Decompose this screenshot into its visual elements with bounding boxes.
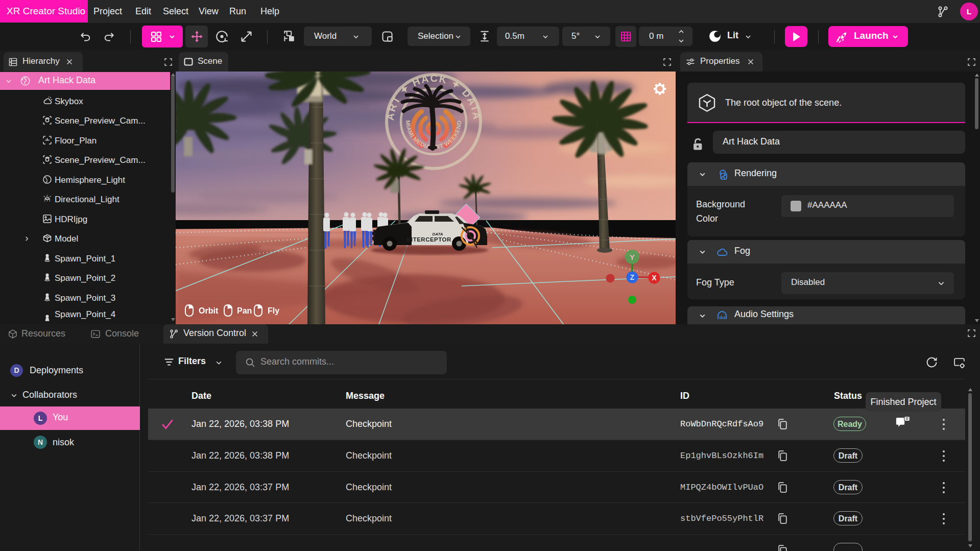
- svg-text:Y: Y: [630, 253, 635, 261]
- svg-text:Orbit: Orbit: [199, 306, 219, 315]
- svg-text:INTERCEPTOR: INTERCEPTOR: [407, 236, 451, 243]
- svg-text:X: X: [652, 274, 657, 282]
- svg-text:DATA: DATA: [432, 232, 443, 236]
- svg-text:Pan: Pan: [237, 306, 252, 315]
- svg-text:Z: Z: [630, 273, 635, 281]
- svg-text:Fly: Fly: [268, 306, 279, 315]
